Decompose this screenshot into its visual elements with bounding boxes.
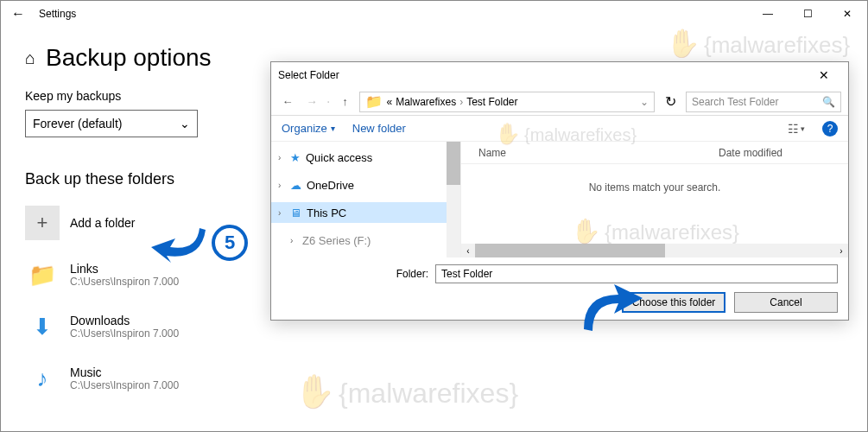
- maximize-button[interactable]: ☐: [788, 1, 827, 27]
- chevron-down-icon: ▾: [331, 124, 335, 133]
- tree-item-thispc[interactable]: ›🖥This PC: [271, 202, 460, 223]
- search-icon: 🔍: [822, 96, 835, 108]
- organize-button[interactable]: Organize ▾: [282, 122, 335, 135]
- minimize-button[interactable]: —: [748, 1, 788, 27]
- folder-path: C:\Users\Inspiron 7.000: [70, 327, 179, 340]
- folder-tree[interactable]: ›★Quick access ›☁OneDrive ›🖥This PC ›Z6 …: [271, 142, 461, 257]
- folder-name: Downloads: [70, 314, 179, 327]
- tree-item-onedrive[interactable]: ›☁OneDrive: [271, 175, 460, 195]
- select-folder-dialog: Select Folder ✕ ← → · ↑ 📁 « Malwarefixes…: [270, 61, 849, 321]
- tree-item-disk[interactable]: ›Z6 Series (F:): [271, 230, 460, 251]
- empty-message: No items match your search.: [461, 164, 848, 244]
- tree-scrollbar[interactable]: [447, 142, 460, 257]
- callout-arrow-choose: [575, 277, 644, 341]
- dialog-title: Select Folder: [278, 69, 339, 81]
- folder-field-label: Folder:: [282, 268, 428, 280]
- chevron-down-icon[interactable]: ⌄: [640, 96, 649, 108]
- tree-item-quickaccess[interactable]: ›★Quick access: [271, 147, 460, 168]
- view-options-button[interactable]: ☷ ▾: [788, 122, 805, 136]
- nav-back-button[interactable]: ←: [278, 95, 297, 108]
- crumb[interactable]: Test Folder: [466, 96, 517, 108]
- refresh-button[interactable]: ↻: [660, 93, 681, 110]
- folder-item-music[interactable]: ♪ Music C:\Users\Inspiron 7.000: [25, 361, 867, 396]
- nav-up-button[interactable]: ↑: [335, 95, 354, 108]
- address-bar[interactable]: 📁 « Malwarefixes › Test Folder ⌄: [359, 92, 655, 112]
- chevron-right-icon: ›: [459, 96, 463, 108]
- step-number: 5: [212, 225, 248, 261]
- window-titlebar: ← Settings — ☐ ✕: [1, 1, 867, 27]
- plus-icon: +: [25, 206, 60, 240]
- crumb[interactable]: Malwarefixes: [396, 96, 456, 108]
- new-folder-button[interactable]: New folder: [352, 122, 406, 135]
- search-box[interactable]: Search Test Folder 🔍: [686, 92, 841, 112]
- window-title: Settings: [39, 8, 76, 20]
- folder-path: C:\Users\Inspiron 7.000: [70, 379, 179, 391]
- search-placeholder: Search Test Folder: [692, 96, 779, 108]
- help-button[interactable]: ?: [822, 121, 838, 137]
- page-title: Backup options: [46, 44, 211, 72]
- folder-icon: 📁: [365, 93, 383, 110]
- keep-backups-dropdown[interactable]: Forever (default) ⌄: [25, 110, 198, 137]
- cancel-button[interactable]: Cancel: [734, 292, 838, 313]
- dropdown-value: Forever (default): [33, 117, 122, 130]
- chevron-down-icon: ⌄: [180, 117, 190, 130]
- dialog-close-button[interactable]: ✕: [807, 68, 841, 82]
- add-folder-label: Add a folder: [70, 216, 136, 230]
- music-icon: ♪: [25, 361, 60, 396]
- callout-5: 5: [149, 221, 248, 264]
- home-icon[interactable]: ⌂: [25, 48, 35, 68]
- download-icon: ⬇: [25, 309, 60, 344]
- nav-forward-button[interactable]: →: [302, 95, 321, 108]
- column-name[interactable]: Name: [461, 147, 719, 159]
- folder-icon: 📁: [25, 257, 60, 292]
- folder-path: C:\Users\Inspiron 7.000: [70, 276, 179, 288]
- back-button[interactable]: ←: [11, 6, 32, 22]
- close-button[interactable]: ✕: [827, 1, 867, 27]
- folder-name: Music: [70, 365, 179, 379]
- column-date[interactable]: Date modified: [719, 147, 848, 159]
- horizontal-scrollbar[interactable]: ‹›: [461, 244, 848, 257]
- crumb-prefix: «: [386, 96, 392, 108]
